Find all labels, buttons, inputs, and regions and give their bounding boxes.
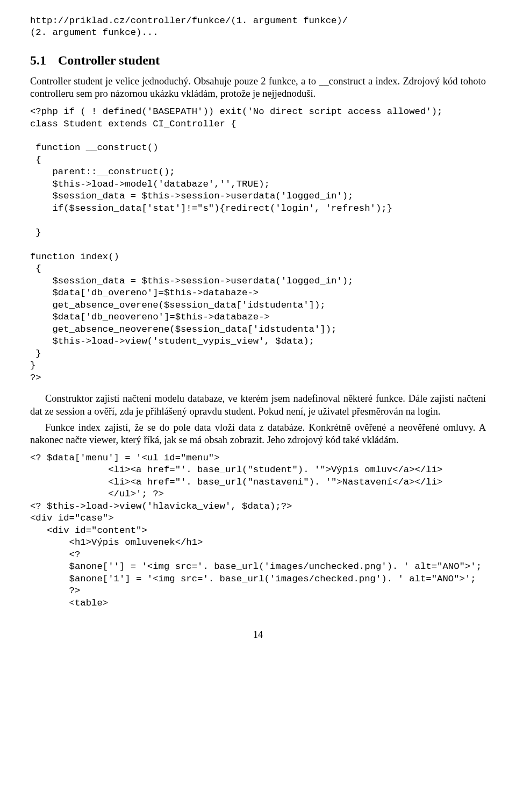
- url-example-line2: (2. argument funkce)...: [30, 27, 486, 39]
- paragraph-1: Controller student je velice jednoduchý.…: [30, 75, 486, 101]
- code-block-2: <? $data['menu'] = '<ul id="menu"> <li><…: [30, 452, 486, 609]
- url-example-line1: http://priklad.cz/controller/funkce/(1. …: [30, 15, 486, 27]
- page-number: 14: [30, 629, 486, 641]
- code-block-1: <?php if ( ! defined('BASEPATH')) exit('…: [30, 106, 486, 384]
- paragraph-2: Construktor zajistí načtení modelu datab…: [30, 393, 486, 418]
- paragraph-3: Funkce index zajistí, že se do pole data…: [30, 422, 486, 447]
- section-heading: 5.1Controller student: [30, 52, 486, 69]
- section-title: Controller student: [58, 53, 160, 67]
- section-number: 5.1: [30, 52, 46, 69]
